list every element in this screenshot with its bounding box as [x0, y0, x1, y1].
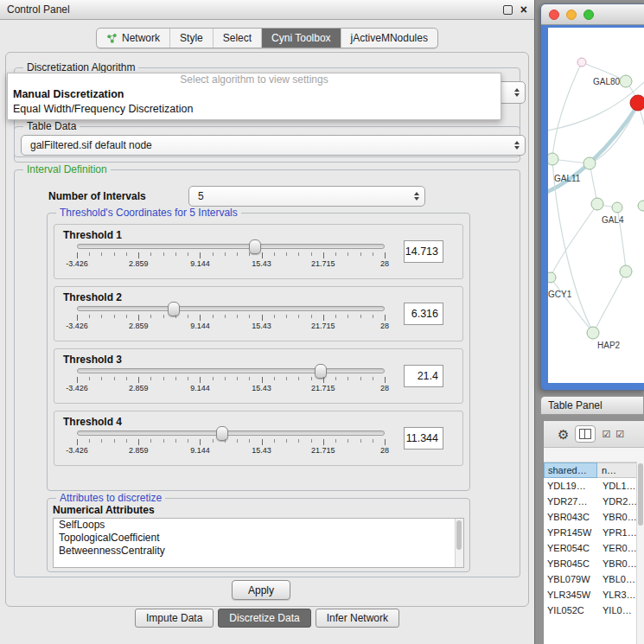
numerical-attributes-listbox: SelfLoopsTopologicalCoefficientBetweenne… — [53, 518, 464, 568]
tab-cyni-toolbox[interactable]: Cyni Toolbox — [261, 29, 340, 48]
network-node[interactable] — [630, 95, 644, 111]
tab-jactivemnodules[interactable]: jActiveMNodules — [341, 29, 437, 48]
network-node[interactable] — [620, 265, 632, 277]
table-row[interactable]: YPR145WYPR1… — [544, 525, 644, 540]
list-scrollbar-thumb[interactable] — [456, 520, 462, 550]
table-row[interactable]: YDR27…YDR2… — [544, 494, 644, 509]
table-row[interactable]: YBR043CYBR0… — [544, 509, 644, 525]
network-node[interactable] — [620, 75, 632, 87]
algorithm-option-manual[interactable]: Manual Discretization — [8, 86, 501, 101]
threshold-slider[interactable]: -3.4262.8599.14415.4321.71528 — [77, 430, 385, 455]
select-all-checkbox-icon[interactable]: ☑ — [602, 429, 609, 440]
table-cell-shared-name: YDR27… — [544, 496, 597, 507]
tick-mark — [323, 377, 324, 383]
scale-label: 28 — [380, 322, 389, 330]
table-row[interactable]: YIL052CYIL0… — [544, 603, 644, 618]
slider-tick-marks — [77, 439, 385, 445]
discretization-algorithm-group-title: Discretization Algorithm — [23, 61, 138, 73]
attributes-group-title: Attributes to discretize — [56, 492, 165, 504]
table-row[interactable]: YBR045CYBR0… — [544, 556, 644, 571]
scale-label: 2.859 — [129, 384, 149, 392]
table-row[interactable]: YER054CYER0… — [544, 540, 644, 556]
close-icon[interactable]: × — [520, 4, 527, 15]
network-node[interactable] — [638, 201, 644, 211]
tick-mark — [175, 315, 176, 318]
slider-track[interactable] — [77, 306, 385, 311]
algorithm-option-equal-width[interactable]: Equal Width/Frequency Discretization — [8, 101, 501, 116]
scale-label: 21.715 — [311, 446, 335, 455]
tab-discretize-data[interactable]: Discretize Data — [218, 609, 310, 628]
list-item[interactable]: TopologicalCoefficient — [54, 532, 463, 545]
network-edge — [551, 204, 597, 277]
tick-mark — [89, 315, 90, 318]
tick-mark — [237, 315, 238, 318]
tab-impute-data[interactable]: Impute Data — [135, 609, 214, 628]
threshold-value-field[interactable]: 11.344 — [404, 427, 443, 450]
table-toolbar-spacer — [544, 448, 644, 462]
network-node[interactable] — [583, 157, 596, 169]
threshold-label: Threshold 1 — [63, 229, 462, 241]
bottom-tab-bar: Impute Data Discretize Data Infer Networ… — [0, 609, 534, 628]
scale-label: 2.859 — [129, 322, 149, 330]
slider-track[interactable] — [77, 368, 385, 373]
tick-mark — [188, 252, 188, 256]
thresholds-group-title: Threshold's Coordinates for 5 Intervals — [56, 207, 241, 219]
number-of-intervals-combobox[interactable]: 5 — [188, 186, 425, 207]
table-row[interactable]: YLR345WYLR3… — [544, 587, 644, 603]
tick-mark — [360, 252, 361, 256]
table-data-combobox[interactable]: galFiltered.sif default node — [21, 135, 526, 156]
threshold-value-field[interactable]: 6.316 — [404, 303, 443, 325]
zoom-traffic-light[interactable] — [583, 10, 594, 20]
table-scrollbar[interactable] — [636, 462, 644, 644]
thresholds-group: Threshold's Coordinates for 5 Intervals … — [47, 213, 470, 491]
scale-label: 28 — [380, 446, 389, 455]
scale-label: 28 — [380, 384, 389, 392]
tick-mark — [150, 252, 151, 256]
list-item[interactable]: SelfLoops — [54, 519, 463, 532]
network-node[interactable] — [548, 272, 556, 283]
network-node[interactable] — [587, 327, 599, 339]
table-data-value: galFiltered.sif default node — [30, 139, 152, 151]
gear-icon[interactable]: ⚙ — [558, 428, 569, 441]
tab-select[interactable]: Select — [213, 29, 261, 48]
slider-track[interactable] — [77, 244, 385, 249]
tab-network[interactable]: Network — [97, 29, 169, 48]
apply-button[interactable]: Apply — [232, 580, 290, 600]
network-node[interactable] — [591, 198, 603, 210]
number-of-intervals-value: 5 — [198, 190, 204, 202]
tick-mark — [138, 252, 139, 258]
table-row[interactable]: YDL19…YDL1… — [544, 478, 644, 494]
tick-mark — [385, 315, 386, 321]
tick-mark — [249, 252, 250, 256]
close-traffic-light[interactable] — [549, 10, 559, 20]
top-tab-bar: Network Style Select Cyni Toolbox jActiv… — [0, 28, 534, 48]
tick-mark — [249, 315, 250, 318]
threshold-value-field[interactable]: 21.4 — [404, 365, 443, 387]
threshold-value-field[interactable]: 14.713 — [404, 240, 443, 263]
threshold-slider[interactable]: -3.4262.8599.14415.4321.71528 — [77, 244, 385, 268]
network-node[interactable] — [612, 202, 622, 213]
tick-mark — [348, 439, 348, 443]
list-item[interactable]: BetweennessCentrality — [54, 545, 463, 558]
threshold-slider[interactable]: -3.4262.8599.14415.4321.71528 — [77, 306, 385, 330]
threshold-slider[interactable]: -3.4262.8599.14415.4321.71528 — [77, 368, 385, 392]
column-header-shared-name[interactable]: shared… — [544, 462, 597, 478]
tick-mark — [101, 377, 102, 380]
tab-style[interactable]: Style — [169, 29, 213, 48]
tick-mark — [225, 315, 226, 318]
float-window-icon[interactable] — [503, 5, 513, 15]
tab-infer-network[interactable]: Infer Network — [316, 609, 399, 628]
scale-label: 15.43 — [252, 322, 271, 330]
network-canvas[interactable]: GAL80GAL11GAL4GCY1HAP2 — [548, 28, 644, 383]
tick-mark — [213, 252, 214, 256]
slider-tick-marks — [77, 377, 385, 383]
columns-button[interactable] — [575, 425, 596, 443]
list-scrollbar[interactable] — [455, 519, 463, 567]
select-visible-checkbox-icon[interactable]: ☑ — [615, 429, 623, 440]
network-node[interactable] — [577, 58, 586, 67]
network-node[interactable] — [548, 153, 558, 165]
slider-track[interactable] — [77, 430, 385, 436]
minimize-traffic-light[interactable] — [566, 10, 577, 20]
table-scrollbar-thumb[interactable] — [638, 463, 643, 526]
table-row[interactable]: YBL079WYBL0… — [544, 571, 644, 587]
